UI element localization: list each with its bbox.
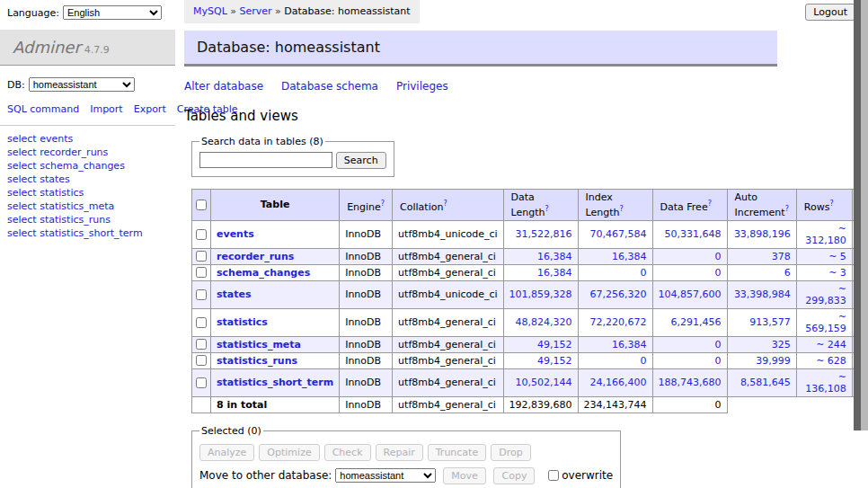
select-states-link[interactable]: select states: [7, 173, 168, 187]
engine-cell: InnoDB: [340, 336, 393, 352]
select-statistics-short-term-link[interactable]: select statistics_short_term: [7, 227, 168, 241]
search-button[interactable]: Search: [336, 152, 386, 169]
sql-command-link[interactable]: SQL command: [7, 103, 79, 115]
row-checkbox-recorder-runs[interactable]: [196, 251, 207, 262]
breadcrumb: MySQL » Server » Database: homeassistant: [184, 0, 420, 23]
select-statistics-runs-link[interactable]: select statistics_runs: [7, 214, 168, 227]
sidebar: Language:English Adminer4.7.9 DB:homeass…: [0, 0, 175, 243]
table-link-statistics-short-term[interactable]: statistics_short_term: [217, 377, 333, 388]
help-icon[interactable]: ?: [708, 200, 712, 208]
selected-buttons: AnalyzeOptimizeCheckRepairTruncateDrop: [199, 444, 613, 461]
import-link[interactable]: Import: [90, 103, 123, 115]
table-link-statistics-runs[interactable]: statistics_runs: [217, 355, 297, 367]
row-checkbox-events[interactable]: [196, 229, 207, 240]
rows-cell: ~ 569,159: [796, 308, 852, 336]
selected-legend: Selected (0): [199, 425, 263, 437]
table-row: statistics_runsInnoDButf8mb4_general_ci4…: [192, 352, 868, 368]
total-label: 8 in total: [211, 396, 340, 413]
auto-increment-cell: 378: [727, 248, 796, 264]
help-icon[interactable]: ?: [443, 200, 447, 208]
logout-button[interactable]: Logout: [805, 4, 855, 21]
index-length-cell: 70,467,584: [578, 220, 652, 248]
table-link-events[interactable]: events: [217, 228, 254, 240]
engine-cell: InnoDB: [340, 264, 393, 280]
column-header-collation: Collation?: [393, 190, 503, 221]
row-checkbox-schema-changes[interactable]: [196, 267, 207, 278]
optimize-button: Optimize: [259, 444, 319, 461]
drop-button: Drop: [491, 444, 530, 461]
row-checkbox-statistics[interactable]: [196, 317, 207, 328]
data-length-cell: 16,384: [503, 264, 578, 280]
select-recorder-runs-link[interactable]: select recorder_runs: [7, 146, 168, 160]
data-free-cell: 0: [652, 248, 727, 264]
language-select[interactable]: English: [63, 5, 162, 20]
rows-cell: ~ 628: [796, 352, 852, 368]
table-link-states[interactable]: states: [217, 288, 252, 300]
data-free-cell: 50,331,648: [652, 220, 727, 248]
help-icon[interactable]: ?: [785, 205, 789, 213]
row-checkbox-statistics-runs[interactable]: [196, 355, 207, 366]
tables-heading: Tables and views: [184, 108, 868, 124]
index-length-cell: 0: [578, 264, 652, 280]
app-version: 4.7.9: [84, 44, 110, 56]
collation-cell: utf8mb4_unicode_ci: [393, 220, 503, 248]
collation-cell: utf8mb4_general_ci: [393, 248, 503, 264]
copy-button: Copy: [493, 467, 535, 484]
search-input[interactable]: [199, 152, 332, 168]
column-header-index-length: Index Length?: [578, 190, 652, 221]
table-row: statistics_short_termInnoDButf8mb4_gener…: [192, 368, 868, 396]
table-link-recorder-runs[interactable]: recorder_runs: [217, 251, 294, 262]
row-checkbox-statistics-meta[interactable]: [196, 339, 207, 350]
alter-database-link[interactable]: Alter database: [184, 80, 263, 93]
window-edge: [861, 0, 868, 430]
auto-increment-cell: 325: [727, 336, 796, 352]
db-select[interactable]: homeassistant: [29, 77, 135, 92]
auto-increment-cell: 33,898,196: [727, 220, 796, 248]
scrollbar-thumb[interactable]: [854, 0, 861, 430]
move-button: Move: [443, 467, 486, 484]
privileges-link[interactable]: Privileges: [396, 80, 448, 93]
database-schema-link[interactable]: Database schema: [281, 80, 378, 93]
rows-cell: ~ 244: [796, 336, 852, 352]
overwrite-checkbox[interactable]: [548, 470, 559, 481]
index-length-cell: 67,256,320: [578, 280, 652, 308]
help-icon[interactable]: ?: [545, 205, 549, 213]
select-statistics-meta-link[interactable]: select statistics_meta: [7, 200, 168, 214]
collation-cell: utf8mb4_general_ci: [393, 368, 503, 396]
column-header-rows: Rows?: [796, 190, 852, 221]
tables-table: TableEngine?Collation?Data Length?Index …: [191, 189, 868, 413]
breadcrumb-server-link[interactable]: Server: [240, 5, 272, 17]
move-database-select[interactable]: homeassistant: [335, 468, 436, 483]
language-label: Language:: [7, 7, 59, 19]
help-icon[interactable]: ?: [381, 200, 385, 208]
help-icon[interactable]: ?: [829, 200, 833, 208]
row-checkbox-statistics-short-term[interactable]: [196, 377, 207, 388]
select-statistics-link[interactable]: select statistics: [7, 187, 168, 200]
sidebar-actions: SQL commandImportExportCreate table: [0, 93, 175, 119]
selected-fieldset: Selected (0) AnalyzeOptimizeCheckRepairT…: [191, 425, 621, 488]
app-name: Adminer: [13, 38, 81, 57]
table-link-statistics[interactable]: statistics: [217, 316, 268, 328]
column-header-engine: Engine?: [340, 190, 393, 221]
data-length-cell: 31,522,816: [503, 220, 578, 248]
table-row: schema_changesInnoDButf8mb4_general_ci16…: [192, 264, 868, 280]
export-link[interactable]: Export: [134, 103, 166, 115]
auto-increment-cell: 913,577: [727, 308, 796, 336]
breadcrumb-mysql-link[interactable]: MySQL: [193, 5, 227, 17]
table-link-schema-changes[interactable]: schema_changes: [217, 267, 310, 279]
column-header-data-length: Data Length?: [503, 190, 578, 221]
column-header-table: Table: [211, 190, 340, 221]
table-link-statistics-meta[interactable]: statistics_meta: [217, 339, 301, 350]
row-checkbox-states[interactable]: [196, 289, 207, 300]
select-all-checkbox[interactable]: [196, 200, 207, 210]
engine-cell: InnoDB: [340, 308, 393, 336]
collation-cell: utf8mb4_general_ci: [393, 308, 503, 336]
column-header-auto-increment: Auto Increment?: [727, 190, 796, 221]
language-row: Language:English: [0, 0, 175, 23]
rows-cell: ~ 5: [796, 248, 852, 264]
select-schema-changes-link[interactable]: select schema_changes: [7, 160, 168, 173]
select-events-link[interactable]: select events: [7, 133, 168, 146]
move-label: Move to other database:: [199, 469, 332, 482]
page-title: Database: homeassistant: [184, 31, 777, 67]
help-icon[interactable]: ?: [620, 205, 624, 213]
